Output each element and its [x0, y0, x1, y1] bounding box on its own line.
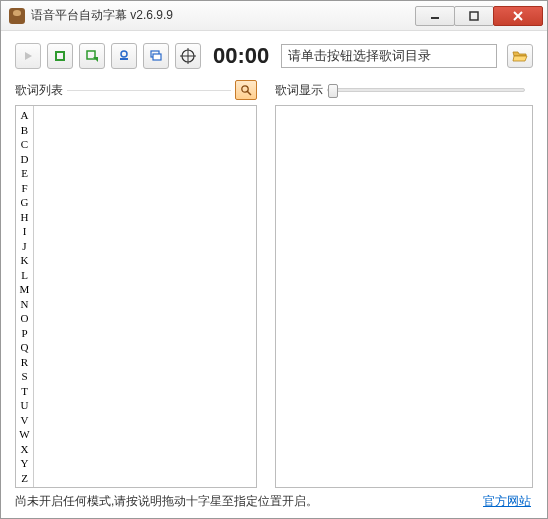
- app-window: 语音平台自动字幕 v2.6.9.9: [0, 0, 548, 519]
- alpha-letter[interactable]: L: [16, 268, 33, 283]
- alpha-letter[interactable]: D: [16, 152, 33, 167]
- alpha-letter[interactable]: I: [16, 224, 33, 239]
- svg-rect-1: [470, 12, 478, 20]
- minimize-button[interactable]: [415, 6, 455, 26]
- alpha-letter[interactable]: M: [16, 282, 33, 297]
- maximize-button[interactable]: [454, 6, 494, 26]
- browse-button[interactable]: [507, 44, 533, 68]
- alpha-letter[interactable]: F: [16, 181, 33, 196]
- alpha-letter[interactable]: Y: [16, 456, 33, 471]
- lyrics-list-area[interactable]: [34, 106, 256, 487]
- stop-icon: [54, 50, 66, 62]
- alpha-letter[interactable]: E: [16, 166, 33, 181]
- alpha-letter[interactable]: P: [16, 326, 33, 341]
- window-title: 语音平台自动字幕 v2.6.9.9: [31, 7, 416, 24]
- layers-icon: [149, 49, 163, 63]
- play-icon: [22, 50, 34, 62]
- toolbar: 00:00: [15, 43, 533, 69]
- lyrics-display-body: [275, 105, 533, 488]
- alpha-letter[interactable]: X: [16, 442, 33, 457]
- alpha-letter[interactable]: N: [16, 297, 33, 312]
- lyrics-display-header: 歌词显示: [275, 79, 533, 101]
- alpha-letter[interactable]: J: [16, 239, 33, 254]
- directory-input[interactable]: [281, 44, 497, 68]
- svg-rect-9: [120, 58, 128, 60]
- alpha-letter[interactable]: H: [16, 210, 33, 225]
- minimize-icon: [430, 11, 440, 21]
- play-button[interactable]: [15, 43, 41, 69]
- svg-point-8: [121, 51, 127, 57]
- svg-point-15: [242, 86, 248, 92]
- export-button[interactable]: [79, 43, 105, 69]
- settings-button[interactable]: [111, 43, 137, 69]
- slider-thumb[interactable]: [328, 84, 338, 98]
- svg-rect-11: [153, 54, 161, 60]
- alpha-letter[interactable]: U: [16, 398, 33, 413]
- official-site-link[interactable]: 官方网站: [483, 493, 531, 510]
- alpha-letter[interactable]: O: [16, 311, 33, 326]
- statusbar: 尚未开启任何模式,请按说明拖动十字星至指定位置开启。 官方网站: [15, 488, 533, 512]
- crosshair-button[interactable]: [175, 43, 201, 69]
- lyrics-list-panel: 歌词列表 ABCDEFGHIJKLMNOPQRSTUVWXYZ: [15, 79, 257, 488]
- export-icon: [85, 49, 99, 63]
- alpha-letter[interactable]: B: [16, 123, 33, 138]
- alpha-letter[interactable]: S: [16, 369, 33, 384]
- alpha-letter[interactable]: K: [16, 253, 33, 268]
- lyrics-list-label: 歌词列表: [15, 82, 63, 99]
- settings-icon: [117, 49, 131, 63]
- lyrics-list-body: ABCDEFGHIJKLMNOPQRSTUVWXYZ: [15, 105, 257, 488]
- panels: 歌词列表 ABCDEFGHIJKLMNOPQRSTUVWXYZ 歌词显示: [15, 79, 533, 488]
- alpha-letter[interactable]: W: [16, 427, 33, 442]
- close-button[interactable]: [493, 6, 543, 26]
- alpha-letter[interactable]: V: [16, 413, 33, 428]
- maximize-icon: [469, 11, 479, 21]
- close-icon: [512, 10, 524, 22]
- alpha-letter[interactable]: R: [16, 355, 33, 370]
- svg-rect-5: [56, 52, 64, 60]
- lyrics-list-header: 歌词列表: [15, 79, 257, 101]
- titlebar: 语音平台自动字幕 v2.6.9.9: [1, 1, 547, 31]
- alpha-letter[interactable]: A: [16, 108, 33, 123]
- layers-button[interactable]: [143, 43, 169, 69]
- crosshair-icon: [180, 48, 196, 64]
- alpha-letter[interactable]: C: [16, 137, 33, 152]
- alphabet-index[interactable]: ABCDEFGHIJKLMNOPQRSTUVWXYZ: [16, 106, 34, 487]
- svg-line-16: [248, 92, 252, 96]
- content-area: 00:00 歌词列表 ABCDEFGHIJKLMNOPQRSTUVWXYZ: [1, 31, 547, 518]
- divider: [67, 90, 231, 91]
- slider-track: [327, 88, 525, 92]
- status-text: 尚未开启任何模式,请按说明拖动十字星至指定位置开启。: [15, 493, 483, 510]
- alpha-letter[interactable]: T: [16, 384, 33, 399]
- folder-open-icon: [512, 49, 528, 63]
- app-icon: [9, 8, 25, 24]
- alpha-letter[interactable]: Z: [16, 471, 33, 486]
- alpha-letter[interactable]: Q: [16, 340, 33, 355]
- progress-slider[interactable]: [327, 88, 533, 92]
- alpha-letter[interactable]: G: [16, 195, 33, 210]
- search-icon: [240, 84, 252, 96]
- lyrics-display-label: 歌词显示: [275, 82, 323, 99]
- lyrics-display-panel: 歌词显示: [275, 79, 533, 488]
- svg-marker-4: [25, 52, 32, 60]
- window-controls: [416, 6, 543, 26]
- stop-button[interactable]: [47, 43, 73, 69]
- time-display: 00:00: [213, 43, 269, 69]
- search-button[interactable]: [235, 80, 257, 100]
